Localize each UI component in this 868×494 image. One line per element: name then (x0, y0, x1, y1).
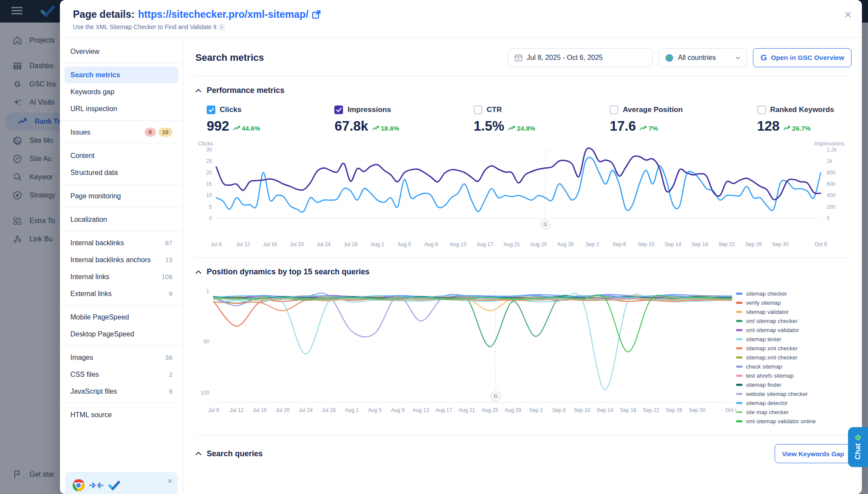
svg-text:Sep 26: Sep 26 (745, 241, 762, 247)
legend-item[interactable]: site map checker (736, 409, 850, 415)
trend-up-icon (508, 125, 515, 131)
legend-item[interactable]: sitemap finder (736, 382, 850, 388)
open-gsc-overview-button[interactable]: G Open in GSC Overview (753, 48, 851, 67)
svg-text:600: 600 (827, 181, 835, 187)
legend-label: sitemap detector (746, 400, 788, 406)
date-range-picker[interactable]: Jul 8, 2025 - Oct 6, 2025 (508, 48, 653, 67)
svg-text:Aug 25: Aug 25 (530, 241, 547, 247)
svg-text:Aug 5: Aug 5 (397, 241, 411, 247)
nav-item-images[interactable]: Images38 (64, 349, 178, 366)
metric-checkbox-checked[interactable] (334, 105, 343, 114)
metric-card-average-position: Average Position17.67% (610, 105, 683, 134)
svg-text:Jul 16: Jul 16 (253, 407, 267, 413)
globe-icon (665, 54, 673, 62)
svg-text:1k: 1k (827, 158, 833, 164)
collapse-chevron-icon[interactable] (195, 270, 201, 274)
nav-item-html-source[interactable]: HTML source (64, 406, 178, 423)
svg-text:Sep 22: Sep 22 (643, 407, 659, 413)
legend-item[interactable]: test ahrefs sitemap (736, 372, 850, 379)
nav-item-mobile-pagespeed[interactable]: Mobile PageSpeed (64, 309, 178, 326)
section-divider (195, 257, 851, 258)
nav-item-localization[interactable]: Localization (64, 211, 178, 228)
svg-text:0: 0 (827, 215, 830, 221)
performance-section-header: Performance metrics (195, 86, 851, 95)
external-link-icon[interactable] (312, 10, 321, 19)
svg-text:Sep 30: Sep 30 (689, 407, 705, 413)
nav-item-external-links[interactable]: External links8 (64, 285, 178, 302)
svg-text:Aug 13: Aug 13 (450, 241, 466, 247)
metric-label: Ranked Keywords (770, 105, 834, 114)
view-keywords-gap-button[interactable]: View Keywords Gap (775, 444, 851, 463)
nav-item-internal-backlinks-anchors[interactable]: Internal backlinks anchors13 (64, 251, 178, 268)
page-url-link[interactable]: https://sitechecker.pro/xml-sitemap/ (138, 9, 308, 20)
metric-checkbox-checked[interactable] (207, 105, 215, 114)
nav-item-issues[interactable]: Issues010 (64, 124, 178, 141)
chat-widget-button[interactable]: Chat (848, 427, 868, 467)
nav-item-javascript-files[interactable]: JavaScript files9 (64, 383, 178, 400)
svg-text:25: 25 (206, 158, 212, 164)
nav-item-css-files[interactable]: CSS files2 (64, 366, 178, 383)
legend-item[interactable]: xml sitemap checker (736, 318, 850, 324)
svg-text:1: 1 (206, 288, 209, 294)
nav-item-url-inspection[interactable]: URL inspection (64, 100, 178, 117)
calendar-icon (515, 54, 522, 62)
nav-item-count: 8 (169, 290, 172, 297)
legend-item[interactable]: check sitemap (736, 363, 850, 370)
svg-text:Sep 2: Sep 2 (585, 241, 599, 247)
svg-text:Aug 13: Aug 13 (413, 407, 429, 413)
svg-text:Jul 12: Jul 12 (230, 407, 244, 413)
svg-text:30: 30 (206, 147, 212, 153)
svg-text:Aug 17: Aug 17 (477, 241, 493, 247)
modal-content: Search metrics Jul 8, 2025 - Oct 6, 2025 (183, 38, 862, 494)
svg-text:5: 5 (209, 204, 212, 210)
nav-item-search-metrics[interactable]: Search metrics (64, 66, 178, 83)
legend-item[interactable]: sitemap detector (736, 400, 850, 406)
nav-item-content[interactable]: Content (64, 147, 178, 164)
nav-item-structured-data[interactable]: Structured data (64, 164, 178, 181)
svg-text:100: 100 (201, 390, 209, 396)
collapse-chevron-icon[interactable] (195, 451, 201, 456)
promo-close-icon[interactable]: × (167, 476, 172, 486)
svg-text:Jul 24: Jul 24 (299, 407, 313, 413)
metric-checkbox-unchecked[interactable] (610, 105, 618, 114)
svg-text:Jul 28: Jul 28 (343, 241, 357, 247)
metric-checkbox-unchecked[interactable] (474, 105, 482, 114)
nav-item-desktop-pagespeed[interactable]: Desktop PageSpeed (64, 326, 178, 343)
country-select[interactable]: All countries (659, 48, 747, 67)
svg-text:400: 400 (827, 192, 835, 198)
svg-text:Clicks: Clicks (198, 140, 213, 147)
legend-label: website sitemap checker (746, 391, 808, 397)
legend-color-swatch (736, 402, 743, 404)
nav-item-internal-links[interactable]: Internal links108 (64, 268, 178, 285)
collapse-chevron-icon[interactable] (195, 89, 201, 93)
metric-value: 128 (757, 119, 780, 134)
svg-text:200: 200 (827, 204, 835, 210)
legend-item[interactable]: sitemap checker (736, 290, 850, 297)
legend-label: site map checker (746, 409, 789, 415)
legend-item[interactable]: verify sitemap (736, 300, 850, 306)
svg-text:Aug 1: Aug 1 (345, 407, 359, 413)
legend-item[interactable]: website sitemap checker (736, 391, 850, 397)
metric-checkbox-unchecked[interactable] (757, 105, 766, 114)
divider (60, 403, 183, 403)
legend-color-swatch (736, 411, 743, 413)
legend-item[interactable]: sitemap.xml checker (736, 354, 850, 361)
trend-up-icon (783, 125, 791, 131)
legend-item[interactable]: sitemap xml checker (736, 345, 850, 352)
chevron-down-icon (736, 56, 740, 59)
legend-item[interactable]: xml sitemap validator (736, 327, 850, 333)
trend-up-icon (372, 125, 380, 131)
legend-item[interactable]: xml sitemap validator online (736, 418, 850, 425)
online-status-dot (855, 435, 861, 440)
nav-item-overview[interactable]: Overview (64, 43, 178, 60)
nav-item-internal-backlinks[interactable]: Internal backlinks87 (64, 234, 178, 251)
legend-color-swatch (736, 384, 743, 386)
nav-item-keywords-gap[interactable]: Keywords gap (64, 83, 178, 100)
nav-item-page-monitoring[interactable]: Page monitoring (64, 188, 178, 204)
metric-card-ranked-keywords: Ranked Keywords12826.7% (757, 105, 834, 134)
close-icon[interactable]: × (845, 10, 851, 20)
metric-card-clicks: Clicks99244.6% (207, 105, 260, 134)
legend-color-swatch (736, 293, 743, 295)
legend-item[interactable]: sitemap validator (736, 309, 850, 315)
legend-item[interactable]: sitemap tester (736, 336, 850, 343)
